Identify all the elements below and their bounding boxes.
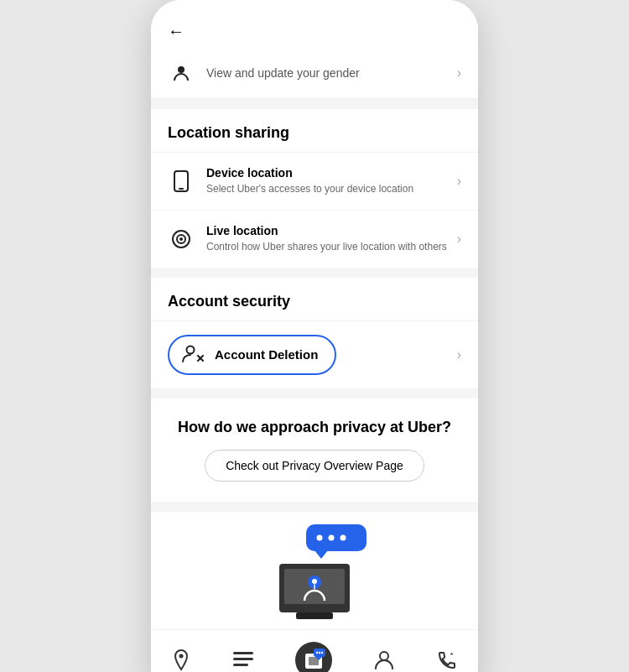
live-location-chevron-icon: › bbox=[457, 232, 461, 247]
svg-point-29 bbox=[321, 651, 323, 653]
account-deletion-chevron-icon: › bbox=[457, 347, 461, 362]
svg-text:*: * bbox=[450, 651, 454, 659]
phone-shell: ← View and update your gender › Location… bbox=[151, 0, 478, 672]
account-deletion-highlight: Account Deletion bbox=[168, 335, 336, 375]
privacy-illustration bbox=[239, 520, 390, 629]
svg-point-6 bbox=[187, 346, 195, 353]
svg-point-10 bbox=[317, 534, 323, 540]
nav-profile[interactable] bbox=[366, 647, 403, 672]
account-security-section: Account security Account Deletion › bbox=[151, 278, 478, 388]
device-location-item[interactable]: Device location Select Uber's accesses t… bbox=[151, 153, 478, 211]
account-deletion-row[interactable]: Account Deletion › bbox=[151, 321, 478, 388]
live-location-icon bbox=[168, 226, 195, 253]
svg-point-11 bbox=[329, 534, 335, 540]
svg-rect-21 bbox=[233, 658, 253, 660]
gender-label: View and update your gender bbox=[206, 66, 457, 80]
live-location-title: Live location bbox=[206, 224, 457, 237]
svg-point-27 bbox=[316, 651, 318, 653]
profile-nav-icon bbox=[374, 650, 394, 670]
gender-chevron-icon: › bbox=[457, 65, 461, 81]
illustration-area bbox=[151, 512, 478, 629]
nav-location[interactable] bbox=[164, 646, 199, 672]
svg-point-17 bbox=[312, 579, 317, 584]
device-location-text: Device location Select Uber's accesses t… bbox=[206, 166, 457, 196]
location-section: Location sharing Device location Select … bbox=[151, 109, 478, 268]
svg-point-28 bbox=[319, 651, 320, 653]
location-nav-icon bbox=[172, 649, 190, 671]
live-location-item[interactable]: Live location Control how Uber shares yo… bbox=[151, 211, 478, 268]
device-location-subtitle: Select Uber's accesses to your device lo… bbox=[206, 182, 457, 196]
nav-home[interactable] bbox=[287, 638, 340, 672]
privacy-overview-button[interactable]: Check out Privacy Overview Page bbox=[205, 450, 424, 482]
back-arrow-icon: ← bbox=[168, 22, 185, 41]
account-security-title: Account security bbox=[151, 278, 478, 320]
svg-point-31 bbox=[380, 652, 388, 660]
live-location-subtitle: Control how Uber shares your live locati… bbox=[206, 240, 457, 254]
svg-rect-22 bbox=[233, 664, 248, 666]
back-button[interactable]: ← bbox=[168, 15, 185, 48]
svg-rect-2 bbox=[179, 188, 184, 190]
svg-point-19 bbox=[179, 654, 184, 658]
privacy-title: How do we approach privacy at Uber? bbox=[168, 419, 461, 436]
svg-rect-20 bbox=[233, 652, 253, 654]
gender-row[interactable]: View and update your gender › bbox=[151, 48, 478, 99]
phone-nav-icon: * bbox=[437, 650, 457, 670]
svg-marker-13 bbox=[314, 550, 328, 559]
home-nav-icon bbox=[295, 642, 332, 672]
svg-rect-18 bbox=[296, 612, 333, 619]
header: ← bbox=[151, 0, 478, 48]
nav-phone[interactable]: * bbox=[429, 647, 465, 672]
location-section-title: Location sharing bbox=[151, 109, 478, 152]
gender-icon bbox=[168, 60, 195, 86]
device-location-title: Device location bbox=[206, 166, 457, 180]
menu-nav-icon bbox=[233, 652, 253, 669]
svg-rect-9 bbox=[306, 524, 366, 551]
svg-point-12 bbox=[340, 534, 346, 540]
account-deletion-label: Account Deletion bbox=[215, 347, 318, 362]
account-deletion-icon bbox=[181, 343, 205, 367]
svg-point-5 bbox=[179, 237, 183, 241]
content-area: ← View and update your gender › Location… bbox=[151, 0, 478, 672]
device-location-icon bbox=[168, 168, 195, 195]
nav-menu[interactable] bbox=[225, 649, 262, 672]
svg-point-0 bbox=[178, 66, 185, 73]
privacy-section: How do we approach privacy at Uber? Chec… bbox=[151, 399, 478, 502]
bottom-nav: * bbox=[151, 629, 478, 672]
live-location-text: Live location Control how Uber shares yo… bbox=[206, 224, 457, 254]
device-location-chevron-icon: › bbox=[457, 174, 461, 189]
